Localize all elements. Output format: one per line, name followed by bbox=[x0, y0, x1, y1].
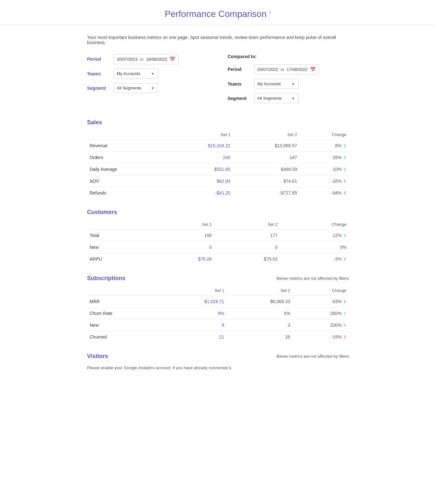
arrow-down-icon: ⇩ bbox=[343, 257, 347, 262]
row-label: Total bbox=[87, 230, 149, 241]
table-row: Churn Rate9%3%260%⇧ bbox=[87, 308, 349, 319]
arrow-down-icon: ⇩ bbox=[343, 191, 347, 195]
col-header-0: Set 1 bbox=[166, 131, 233, 140]
row-set1: $1,028.71 bbox=[161, 296, 226, 308]
calendar-icon: 📅 bbox=[170, 57, 175, 62]
row-change: 200%⇧ bbox=[293, 319, 349, 331]
compared-period-sep: to bbox=[281, 67, 284, 72]
arrow-up-icon: ⇧ bbox=[343, 323, 347, 328]
section-title-1: Customers bbox=[87, 209, 117, 216]
row-set2: 177 bbox=[214, 230, 280, 241]
col-header-empty bbox=[87, 287, 161, 296]
arrow-down-icon: ⇩ bbox=[343, 335, 347, 340]
teams-caret-icon: ▼ bbox=[151, 72, 155, 76]
section-header-3: VisitorsBelow metrics are not affected b… bbox=[87, 353, 349, 361]
primary-teams-select[interactable]: My Accounts ▼ bbox=[113, 69, 158, 79]
primary-period-from: 20/07/2023 bbox=[117, 57, 138, 62]
page-description: Your most important business metrics on … bbox=[87, 35, 349, 45]
row-set2: 26 bbox=[227, 331, 293, 343]
table-row: Daily Average$551.65$499.5910%⇧ bbox=[87, 164, 349, 175]
compared-calendar-icon: 📅 bbox=[310, 67, 316, 72]
change-value: 200% bbox=[330, 323, 342, 328]
compared-segment-caret-icon: ▼ bbox=[292, 96, 295, 100]
row-change: 0% bbox=[280, 241, 349, 253]
change-value: -19% bbox=[331, 334, 342, 340]
segment-caret-icon: ▼ bbox=[151, 86, 155, 90]
visitors-message: Please enable your Google Analytics acco… bbox=[87, 365, 349, 371]
row-change: 260%⇧ bbox=[293, 308, 349, 319]
compared-segment-row: Segment All Segments ▼ bbox=[228, 93, 349, 103]
row-label: Churned bbox=[87, 331, 161, 343]
change-value: 0% bbox=[340, 245, 346, 250]
table-row: Refunds-$41.25-$727.85-94%⇩ bbox=[87, 187, 349, 199]
page-header: Performance Comparison ˅ bbox=[0, 0, 436, 25]
row-label: Daily Average bbox=[87, 164, 166, 175]
section-note-2: Below metrics are not affected by filter… bbox=[277, 276, 349, 281]
primary-segment-select[interactable]: All Segments ▼ bbox=[113, 83, 158, 93]
col-header-0: Set 1 bbox=[149, 221, 214, 230]
primary-segment-row: Segment All Segments ▼ bbox=[87, 83, 209, 93]
row-change: 28%⇧ bbox=[300, 152, 349, 164]
row-set2: $6,068.33 bbox=[227, 296, 293, 308]
row-set1: $551.65 bbox=[166, 164, 233, 175]
section-note-3: Below metrics are not affected by filter… bbox=[277, 354, 349, 359]
row-change: -94%⇩ bbox=[300, 187, 349, 199]
row-set2: $13,988.57 bbox=[233, 140, 300, 152]
col-header-empty bbox=[87, 221, 149, 230]
row-set2: -$727.85 bbox=[233, 187, 300, 199]
change-value: 12% bbox=[333, 233, 341, 238]
section-header-2: SubscriptionsBelow metrics are not affec… bbox=[87, 275, 349, 283]
primary-period-to: 16/08/2023 bbox=[146, 57, 167, 62]
primary-period-sep: to bbox=[140, 57, 144, 62]
row-set2: $499.59 bbox=[233, 164, 300, 175]
main-container: Your most important business metrics on … bbox=[74, 25, 362, 383]
change-value: -3% bbox=[334, 256, 342, 262]
primary-teams-row: Teams My Accounts ▼ bbox=[87, 69, 209, 79]
section-subscriptions: SubscriptionsBelow metrics are not affec… bbox=[87, 275, 349, 343]
row-label: New bbox=[87, 241, 149, 253]
table-row: ARPU$76.28$79.03-3%⇩ bbox=[87, 253, 349, 265]
title-chevron[interactable]: ˅ bbox=[269, 11, 272, 18]
row-change: -16%⇩ bbox=[300, 175, 349, 187]
compared-filters: Compared to: Period 20/07/2022 to 17/08/… bbox=[228, 54, 349, 108]
compared-segment-value: All Segments bbox=[257, 96, 282, 101]
section-title-2: Subscriptions bbox=[87, 275, 126, 282]
primary-teams-value: My Accounts bbox=[117, 71, 141, 76]
row-set1: $62.93 bbox=[166, 175, 233, 187]
section-title-0: Sales bbox=[87, 119, 102, 126]
row-set1: 9% bbox=[161, 308, 226, 319]
change-value: 10% bbox=[333, 167, 341, 172]
change-value: -94% bbox=[331, 190, 342, 195]
table-row: New93200%⇧ bbox=[87, 319, 349, 331]
compared-segment-select[interactable]: All Segments ▼ bbox=[254, 93, 299, 103]
row-set1: 198 bbox=[149, 230, 214, 241]
primary-filters: Period 20/07/2023 to 16/08/2023 📅 Teams … bbox=[87, 54, 209, 108]
primary-period-label: Period bbox=[87, 57, 110, 62]
compared-period-label: Period bbox=[228, 67, 250, 72]
page-title: Performance Comparison ˅ bbox=[164, 9, 271, 19]
primary-segment-value: All Segments bbox=[117, 86, 142, 90]
compared-teams-label: Teams bbox=[228, 81, 250, 87]
compared-teams-select[interactable]: My Accounts ▼ bbox=[254, 79, 299, 89]
row-set2: 187 bbox=[233, 152, 300, 164]
arrow-up-icon: ⇧ bbox=[343, 167, 347, 172]
row-set2: 3% bbox=[227, 308, 293, 319]
table-row: Churned2126-19%⇩ bbox=[87, 331, 349, 343]
col-header-2: Change bbox=[280, 221, 349, 230]
arrow-up-icon: ⇧ bbox=[343, 143, 347, 148]
compared-period-to: 17/08/2022 bbox=[287, 67, 307, 72]
row-set1: $15,104.22 bbox=[166, 140, 233, 152]
primary-teams-label: Teams bbox=[87, 71, 110, 76]
primary-segment-label: Segment bbox=[87, 86, 110, 91]
row-change: 8%⇧ bbox=[300, 140, 349, 152]
data-table-0: Set 1Set 2ChangeRevenue$15,104.22$13,988… bbox=[87, 131, 349, 199]
primary-period-row: Period 20/07/2023 to 16/08/2023 📅 bbox=[87, 54, 209, 64]
table-row: MRR$1,028.71$6,068.33-83%⇩ bbox=[87, 296, 349, 308]
section-customers: CustomersSet 1Set 2ChangeTotal19817712%⇧… bbox=[87, 209, 349, 265]
row-label: Orders bbox=[87, 152, 166, 164]
compared-period-input[interactable]: 20/07/2022 to 17/08/2022 📅 bbox=[254, 64, 319, 74]
row-label: ARPU bbox=[87, 253, 149, 265]
compared-teams-value: My Accounts bbox=[257, 81, 281, 86]
primary-period-input[interactable]: 20/07/2023 to 16/08/2023 📅 bbox=[113, 54, 179, 64]
section-sales: SalesSet 1Set 2ChangeRevenue$15,104.22$1… bbox=[87, 119, 349, 199]
